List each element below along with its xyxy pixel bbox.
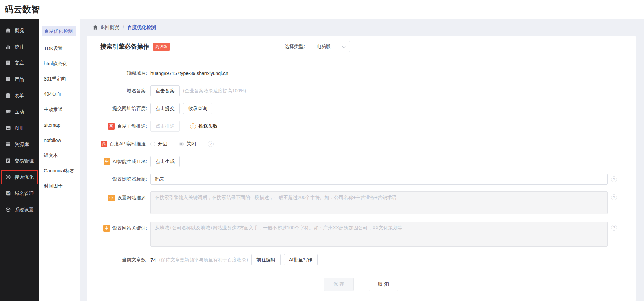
form-row-articles: 当前文章数: 74 (保持文章更新频率与质量有利于百度收录) 前往编辑 AI批量…: [100, 254, 622, 265]
label-text: 设置浏览器标题:: [112, 176, 147, 182]
target-icon: [5, 174, 11, 181]
home-icon[interactable]: [93, 25, 98, 30]
sidebar-item-stats[interactable]: 统计: [0, 39, 39, 55]
field-label: 中 AI智能生成TDK:: [100, 158, 147, 165]
layout: 概况 统计 文章 产品 表单 互动: [0, 19, 644, 301]
index-query-button[interactable]: 收录查询: [183, 103, 212, 114]
clipboard-icon: [5, 93, 11, 99]
field-label: 中 设置网站描述:: [100, 195, 147, 201]
breadcrumb-back-link[interactable]: 返回概况: [100, 24, 119, 31]
device-type-select[interactable]: 电脑版: [310, 41, 350, 52]
label-text: 百度API实时推送:: [110, 141, 147, 147]
sidebar-item-label: 产品: [15, 76, 24, 83]
radio-label: 开启: [158, 141, 167, 147]
submenu-label: nofollow: [44, 138, 61, 143]
push-status-text: 推送失败: [199, 123, 218, 129]
submenu-label: 301重定向: [44, 76, 66, 82]
field-label: 域名备案:: [100, 88, 147, 94]
warning-icon: !: [190, 123, 196, 129]
submenu-item-anchor[interactable]: 锚文本: [39, 148, 80, 163]
push-button-disabled[interactable]: 点击推送: [150, 121, 180, 132]
form-row-browser-title: 设置浏览器标题: ?: [100, 174, 622, 185]
sidebar-item-label: 概况: [15, 28, 24, 34]
sidebar-item-label: 互动: [15, 109, 24, 115]
sidebar-item-label: 系统设置: [15, 207, 34, 213]
sidebar-item-resources[interactable]: 资源库: [0, 137, 39, 153]
site-description-textarea[interactable]: [150, 191, 608, 214]
sidebar-item-domains[interactable]: W 域名管理: [0, 185, 39, 202]
secondary-sidebar: 百度优化检测 TDK设置 html静态化 301重定向 404页面 主动推送 s…: [39, 19, 80, 301]
go-edit-button[interactable]: 前往编辑: [251, 254, 281, 265]
sidebar-item-label: 域名管理: [15, 191, 34, 197]
help-icon[interactable]: ?: [611, 225, 617, 231]
submenu-item-tdk[interactable]: TDK设置: [39, 41, 80, 56]
sidebar-item-overview[interactable]: 概况: [0, 22, 39, 39]
sidebar-item-products[interactable]: 产品: [0, 71, 39, 88]
save-button[interactable]: 保 存: [324, 278, 354, 291]
sidebar-item-forms[interactable]: 表单: [0, 88, 39, 104]
submenu-item-canonical[interactable]: Canonical标签: [39, 163, 80, 178]
help-icon[interactable]: ?: [611, 176, 617, 182]
panel-header: 搜索引擎必备操作 高级版 选择类型: 电脑版: [87, 36, 636, 57]
sidebar-item-label: 文章: [15, 60, 24, 66]
submenu-label: 锚文本: [44, 153, 58, 159]
radio-unchecked-icon: [150, 142, 155, 146]
seo-form: 顶级域名: huang897157type-39.shanxiyunqi.cn …: [100, 57, 622, 291]
form-row-keywords: 中 设置网站关键词: ?: [100, 222, 622, 247]
help-icon[interactable]: ?: [611, 194, 617, 200]
submenu-item-404[interactable]: 404页面: [39, 87, 80, 102]
app-logo: 码云数智: [5, 4, 40, 15]
gallery-icon: [5, 125, 11, 132]
site-keywords-textarea[interactable]: [150, 222, 608, 247]
priority-mid-badge: 中: [103, 225, 110, 232]
main-content: 返回概况 / 百度优化检测 搜索引擎必备操作 高级版 选择类型: 电脑版: [80, 19, 644, 301]
help-icon[interactable]: ?: [208, 141, 214, 147]
sidebar-item-transactions[interactable]: 交易管理: [0, 153, 39, 169]
sidebar-item-interaction[interactable]: 互动: [0, 104, 39, 120]
priority-high-badge: 高: [101, 141, 107, 147]
submenu-item-sitemap[interactable]: sitemap: [39, 117, 80, 132]
radio-api-push-on[interactable]: 开启: [150, 141, 167, 147]
label-text: 域名备案:: [127, 88, 147, 94]
form-row-domain: 顶级域名: huang897157type-39.shanxiyunqi.cn: [100, 68, 622, 79]
ai-batch-write-button[interactable]: AI批量写作: [284, 254, 318, 265]
submenu-label: TDK设置: [44, 46, 63, 52]
submenu-label: sitemap: [44, 122, 60, 128]
submenu-item-baidu-check[interactable]: 百度优化检测: [42, 26, 76, 36]
label-text: AI智能生成TDK:: [113, 159, 147, 165]
primary-sidebar: 概况 统计 文章 产品 表单 互动: [0, 19, 39, 301]
submenu-item-nofollow[interactable]: nofollow: [39, 132, 80, 148]
type-select-group: 选择类型: 电脑版: [285, 36, 350, 57]
sidebar-item-label: 资源库: [15, 142, 29, 148]
sidebar-item-settings[interactable]: 系统设置: [0, 202, 39, 218]
database-icon: [5, 142, 11, 148]
premium-badge: 高级版: [153, 43, 170, 51]
sidebar-item-seo[interactable]: 搜索优化: [0, 169, 39, 185]
submenu-item-push[interactable]: 主动推送: [39, 102, 80, 117]
sidebar-item-articles[interactable]: 文章: [0, 55, 39, 71]
seo-panel: 搜索引擎必备操作 高级版 选择类型: 电脑版 顶级域名: hu: [87, 36, 636, 301]
browser-title-input[interactable]: [150, 174, 608, 185]
priority-high-badge: 高: [108, 123, 115, 130]
submit-url-button[interactable]: 点击提交: [150, 103, 180, 114]
submenu-item-301[interactable]: 301重定向: [39, 71, 80, 87]
radio-api-push-off[interactable]: 关闭: [179, 141, 196, 147]
gear-icon: [5, 207, 11, 213]
form-row-api-push: 高 百度API实时推送: 开启 关闭 ?: [100, 138, 622, 149]
label-text: 设置网站描述:: [117, 195, 147, 201]
submenu-item-time-factor[interactable]: 时间因子: [39, 178, 80, 194]
submenu-label: Canonical标签: [44, 168, 74, 174]
submenu-item-html-static[interactable]: html静态化: [39, 56, 80, 71]
field-label: 当前文章数:: [100, 257, 147, 263]
app-root: 码云数智 概况 统计 文章 产品 表单: [0, 0, 644, 301]
submenu-label: 主动推送: [44, 107, 63, 113]
cancel-button[interactable]: 取 消: [369, 278, 398, 291]
priority-mid-badge: 中: [108, 195, 115, 201]
sidebar-item-gallery[interactable]: 图册: [0, 120, 39, 137]
breadcrumb-current: 百度优化检测: [127, 24, 156, 31]
sidebar-item-label: 搜索优化: [15, 174, 34, 180]
submenu-label: html静态化: [44, 61, 67, 67]
beian-button[interactable]: 点击备案: [150, 85, 180, 96]
field-label: 顶级域名:: [100, 70, 147, 76]
generate-tdk-button[interactable]: 点击生成: [150, 156, 180, 167]
